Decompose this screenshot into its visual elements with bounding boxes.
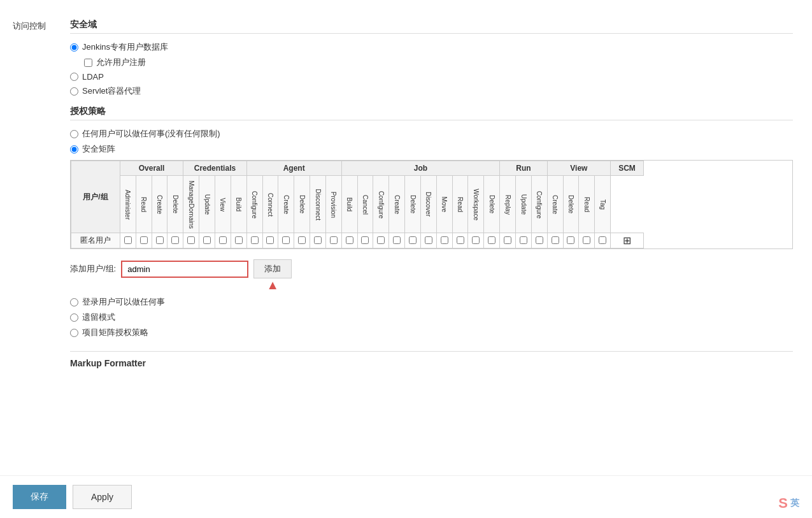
anon-read-overall-checkbox[interactable] [140, 236, 148, 244]
anon-disconnect-agent-cell[interactable] [310, 233, 326, 248]
anon-create-view-checkbox[interactable] [552, 236, 559, 244]
anyone-anything-label: 任何用户可以做任何事(没有任何限制) [82, 128, 220, 140]
matrix-radio[interactable] [70, 145, 78, 154]
servlet-radio[interactable] [70, 87, 78, 96]
authorization-group: 任何用户可以做任何事(没有任何限制) 安全矩阵 [70, 128, 793, 155]
anon-connect-agent-cell[interactable] [262, 233, 278, 248]
anon-administer-cell[interactable] [120, 233, 136, 248]
add-user-input[interactable] [121, 261, 248, 278]
add-user-button[interactable]: 添加 [253, 259, 292, 278]
project-matrix-option[interactable]: 项目矩阵授权策略 [70, 327, 793, 338]
anon-action-cell[interactable]: ⊞ [611, 233, 644, 248]
anon-discover-job-cell[interactable] [420, 233, 436, 248]
ldap-option[interactable]: LDAP [70, 72, 793, 82]
job-group-header: Job [341, 161, 499, 176]
security-matrix-container: 用户/组 Overall Credentials Agent Job Run V… [70, 160, 793, 249]
anyone-anything-option[interactable]: 任何用户可以做任何事(没有任何限制) [70, 128, 793, 140]
anon-connect-agent-checkbox[interactable] [266, 236, 274, 244]
col-update-cred: Update [199, 176, 215, 233]
anon-build-cred-cell[interactable] [231, 233, 246, 248]
anon-tag-scm-cell[interactable] [595, 233, 611, 248]
anyone-anything-radio[interactable] [70, 130, 78, 138]
anon-configure-view-cell[interactable] [531, 233, 547, 248]
anon-manage-domains-cell[interactable] [183, 233, 199, 248]
anon-delete-run-cell[interactable] [484, 233, 500, 248]
anon-administer-checkbox[interactable] [124, 236, 132, 244]
anon-discover-job-checkbox[interactable] [425, 236, 432, 244]
anon-create-agent-checkbox[interactable] [282, 236, 290, 244]
project-matrix-radio[interactable] [70, 329, 78, 337]
anon-read-overall-cell[interactable] [136, 233, 152, 248]
anon-update-cred-checkbox[interactable] [203, 236, 211, 244]
anon-delete-view-checkbox[interactable] [567, 236, 574, 244]
anon-delete-overall-cell[interactable] [167, 233, 183, 248]
anon-create-view-cell[interactable] [547, 233, 563, 248]
anon-workspace-job-cell[interactable] [468, 233, 484, 248]
anon-build-job-checkbox[interactable] [346, 236, 353, 244]
anon-update-cred-cell[interactable] [199, 233, 215, 248]
anon-configure-job-cell[interactable] [373, 233, 389, 248]
anon-workspace-job-checkbox[interactable] [472, 236, 480, 244]
anon-move-job-checkbox[interactable] [441, 236, 448, 244]
col-configure-view: Configure [531, 176, 547, 233]
col-read-overall: Read [136, 176, 152, 233]
anonymous-user-label: 匿名用户 [71, 233, 120, 248]
col-workspace-job: Workspace [468, 176, 484, 233]
anon-view-cred-cell[interactable] [215, 233, 231, 248]
legacy-option[interactable]: 遗留模式 [70, 312, 793, 323]
jenkins-db-radio[interactable] [70, 43, 78, 52]
anon-create-agent-cell[interactable] [278, 233, 294, 248]
anon-build-job-cell[interactable] [341, 233, 357, 248]
legacy-radio[interactable] [70, 313, 78, 322]
anon-replay-run-cell[interactable] [500, 233, 516, 248]
anon-read-job-cell[interactable] [452, 233, 468, 248]
anon-disconnect-agent-checkbox[interactable] [314, 236, 322, 244]
allow-signup-checkbox[interactable] [84, 59, 92, 67]
allow-signup-option[interactable]: 允许用户注册 [84, 57, 793, 68]
anon-configure-job-checkbox[interactable] [377, 236, 385, 244]
anon-delete-agent-checkbox[interactable] [298, 236, 306, 244]
anon-update-run-cell[interactable] [516, 233, 532, 248]
grid-icon: ⊞ [623, 235, 631, 246]
scm-group-header: SCM [611, 161, 644, 176]
anon-delete-job-checkbox[interactable] [409, 236, 417, 244]
anon-create-overall-checkbox[interactable] [156, 236, 164, 244]
apply-button[interactable]: Apply [73, 485, 132, 509]
col-replay-run: Replay [500, 176, 516, 233]
anon-create-overall-cell[interactable] [152, 233, 167, 248]
logged-in-radio[interactable] [70, 298, 78, 306]
anon-read-job-checkbox[interactable] [457, 236, 464, 244]
anon-move-job-cell[interactable] [436, 233, 452, 248]
right-content: 安全域 Jenkins专有用户数据库 允许用户注册 LDAP Servlet容器… [64, 19, 793, 469]
anon-delete-run-checkbox[interactable] [488, 236, 495, 244]
anon-delete-view-cell[interactable] [563, 233, 579, 248]
anon-cancel-job-checkbox[interactable] [361, 236, 369, 244]
anon-build-cred-checkbox[interactable] [235, 236, 243, 244]
anon-read-view-cell[interactable] [579, 233, 595, 248]
matrix-option[interactable]: 安全矩阵 [70, 143, 793, 155]
servlet-option[interactable]: Servlet容器代理 [70, 85, 793, 97]
anon-read-view-checkbox[interactable] [583, 236, 590, 244]
anon-tag-scm-checkbox[interactable] [599, 236, 606, 244]
jenkins-db-option[interactable]: Jenkins专有用户数据库 [70, 41, 793, 53]
anon-configure-agent-cell[interactable] [246, 233, 262, 248]
save-button[interactable]: 保存 [13, 485, 66, 509]
col-view-cred: View [215, 176, 231, 233]
anon-configure-view-checkbox[interactable] [536, 236, 543, 244]
anon-replay-run-checkbox[interactable] [504, 236, 511, 244]
anon-provision-agent-checkbox[interactable] [330, 236, 338, 244]
anon-configure-agent-checkbox[interactable] [251, 236, 259, 244]
logged-in-option[interactable]: 登录用户可以做任何事 [70, 296, 793, 308]
anon-update-run-checkbox[interactable] [520, 236, 527, 244]
ldap-radio[interactable] [70, 73, 78, 81]
anon-manage-domains-checkbox[interactable] [187, 236, 195, 244]
anon-cancel-job-cell[interactable] [357, 233, 373, 248]
anon-delete-agent-cell[interactable] [294, 233, 310, 248]
credentials-group-header: Credentials [183, 161, 246, 176]
anon-create-job-checkbox[interactable] [393, 236, 401, 244]
anon-view-cred-checkbox[interactable] [219, 236, 227, 244]
anon-create-job-cell[interactable] [389, 233, 405, 248]
anon-provision-agent-cell[interactable] [325, 233, 341, 248]
anon-delete-overall-checkbox[interactable] [171, 236, 179, 244]
anon-delete-job-cell[interactable] [405, 233, 421, 248]
